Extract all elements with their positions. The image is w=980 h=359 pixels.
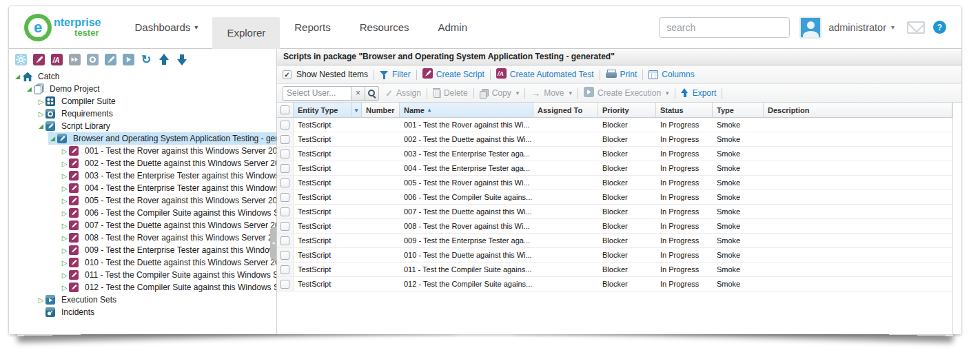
fast-forward-icon[interactable] [68, 53, 81, 67]
table-row[interactable]: TestScript012 - Test the Compiler Suite … [277, 277, 952, 291]
tree-expander[interactable]: ▷ [60, 259, 69, 267]
delete-button[interactable]: Delete [433, 88, 468, 98]
column-header-entity_type[interactable]: Entity Type▾ [294, 103, 362, 117]
move-button[interactable]: →Move▾ [531, 88, 572, 98]
table-row[interactable]: TestScript005 - Test the Rover against t… [277, 176, 952, 190]
tree-item[interactable]: ▷010 - Test the Duette against this Wind… [9, 256, 276, 269]
tree-expander[interactable]: ▷ [60, 271, 69, 279]
table-row[interactable]: TestScript001 - Test the Rover against t… [277, 118, 952, 132]
tree-expander[interactable]: ▷ [60, 160, 69, 167]
table-row[interactable]: TestScript002 - Test the Duette against … [277, 132, 952, 147]
table-row[interactable]: TestScript007 - Test the Duette against … [277, 205, 952, 219]
tree-item[interactable]: Incidents [9, 306, 276, 318]
refresh-icon[interactable]: ↻ [139, 53, 153, 67]
move-up-icon[interactable] [157, 53, 171, 67]
tree-item[interactable]: ◢Script Library [9, 120, 276, 132]
tree-expander[interactable]: ▷ [60, 209, 69, 217]
tree-item[interactable]: ▷Requirements [9, 107, 276, 120]
tree-item[interactable]: ◢Catch [9, 70, 276, 83]
manage-icon[interactable] [14, 53, 28, 67]
column-header-status[interactable]: Status [656, 103, 713, 117]
column-header-type[interactable]: Type [713, 103, 764, 117]
tree-item[interactable]: ▷001 - Test the Rover against this Windo… [9, 145, 276, 157]
column-header-assigned_to[interactable]: Assigned To [533, 103, 598, 117]
tree-expander[interactable]: ▷ [60, 284, 69, 291]
table-row[interactable]: TestScript008 - Test the Rover against t… [277, 219, 952, 234]
script-icon[interactable] [103, 53, 117, 67]
tree-expander[interactable]: ◢ [25, 85, 34, 92]
tree-item[interactable]: ▷004 - Test the Enterprise Tester agains… [9, 182, 276, 194]
tree-expander[interactable]: ▷ [60, 147, 69, 155]
row-checkbox[interactable] [280, 150, 289, 158]
filter-button[interactable]: Filter [380, 70, 411, 79]
row-checkbox[interactable] [280, 135, 289, 144]
tree-expander[interactable]: ▷ [60, 247, 69, 254]
table-row[interactable]: TestScript006 - Test the Compiler Suite … [277, 190, 952, 205]
tree-item[interactable]: ▷006 - Test the Compiler Suite against t… [9, 207, 276, 219]
tree-item[interactable]: ▷007 - Test the Duette against this Wind… [9, 219, 276, 232]
tree-expander[interactable]: ▷ [60, 185, 69, 192]
row-checkbox[interactable] [280, 280, 289, 289]
tree-expander[interactable]: ◢ [13, 73, 22, 80]
columns-button[interactable]: Columns [649, 70, 694, 79]
tree-item[interactable]: ◢Demo Project [9, 83, 276, 95]
row-checkbox[interactable] [280, 178, 289, 187]
export-button[interactable]: Export [681, 88, 717, 98]
table-row[interactable]: TestScript011 - Test the Compiler Suite … [277, 263, 952, 277]
show-nested-checkbox[interactable]: ✓ [283, 70, 292, 79]
tree-expander[interactable]: ▷ [37, 296, 45, 304]
clear-user-button[interactable]: × [351, 86, 365, 101]
table-row[interactable]: TestScript003 - Test the Enterprise Test… [277, 147, 952, 161]
tree-item[interactable]: ▷003 - Test the Enterprise Tester agains… [9, 170, 276, 182]
print-button[interactable]: Print [606, 70, 637, 79]
row-checkbox[interactable] [280, 207, 289, 216]
search-input[interactable] [659, 17, 790, 38]
requirement-icon[interactable] [85, 53, 99, 67]
row-checkbox[interactable] [280, 121, 289, 130]
tree-item[interactable]: ▷008 - Test the Rover against this Windo… [9, 232, 276, 244]
search-user-button[interactable] [365, 86, 379, 101]
user-menu[interactable]: administrator ▾ [828, 22, 895, 33]
tree-expander[interactable]: ▷ [60, 197, 69, 205]
mail-icon[interactable] [907, 21, 925, 34]
tree-expander[interactable]: ▷ [60, 222, 69, 229]
row-checkbox[interactable] [280, 251, 289, 260]
table-row[interactable]: TestScript009 - Test the Enterprise Test… [277, 234, 952, 248]
row-checkbox[interactable] [280, 164, 289, 173]
row-checkbox[interactable] [280, 236, 289, 245]
row-checkbox[interactable] [280, 193, 289, 202]
create-execution-button[interactable]: Create Execution▾ [584, 87, 669, 99]
column-header-description[interactable]: Description [764, 103, 952, 117]
select-all-checkbox[interactable] [280, 105, 289, 114]
help-button[interactable]: ? [933, 21, 946, 34]
column-header-priority[interactable]: Priority [598, 103, 656, 117]
nav-reports[interactable]: Reports [280, 6, 345, 49]
create-automated-test-icon[interactable]: /A [50, 53, 63, 67]
tree-item[interactable]: ▷011 - Test the Compiler Suite against t… [9, 269, 276, 281]
move-down-icon[interactable] [175, 53, 189, 67]
tree-expander[interactable]: ◢ [48, 135, 57, 142]
avatar[interactable] [799, 17, 821, 39]
tree-item[interactable]: ▷Compiler Suite [9, 95, 276, 107]
column-header-number[interactable]: Number [362, 103, 400, 117]
tree-item[interactable]: ▷009 - Test the Enterprise Tester agains… [9, 244, 276, 256]
nav-dashboards[interactable]: Dashboards▾ [120, 6, 212, 49]
column-header-name[interactable]: Name▴ [400, 103, 533, 117]
nav-resources[interactable]: Resources [345, 6, 424, 49]
execution-icon[interactable] [121, 53, 135, 67]
create-automated-test-button[interactable]: /ACreate Automated Test [496, 68, 594, 81]
nav-admin[interactable]: Admin [423, 6, 482, 49]
tree-item[interactable]: ▷005 - Test the Rover against this Windo… [9, 194, 276, 207]
assign-button[interactable]: ✓Assign [385, 88, 421, 98]
tree-expander[interactable]: ▷ [37, 98, 45, 105]
column-menu-icon[interactable]: ▾ [351, 103, 361, 117]
tree-item[interactable]: ▷012 - Test the Compiler Suite against t… [9, 281, 276, 294]
tree-expander[interactable]: ▷ [60, 172, 69, 180]
tree-expander[interactable]: ▷ [37, 110, 45, 118]
table-row[interactable]: TestScript004 - Test the Enterprise Test… [277, 161, 952, 176]
tree-item[interactable]: ▷002 - Test the Duette against this Wind… [9, 157, 276, 170]
select-user-input[interactable] [283, 86, 351, 101]
copy-button[interactable]: Copy▾ [480, 88, 520, 98]
row-checkbox[interactable] [280, 265, 289, 274]
table-row[interactable]: TestScript010 - Test the Duette against … [277, 248, 952, 263]
